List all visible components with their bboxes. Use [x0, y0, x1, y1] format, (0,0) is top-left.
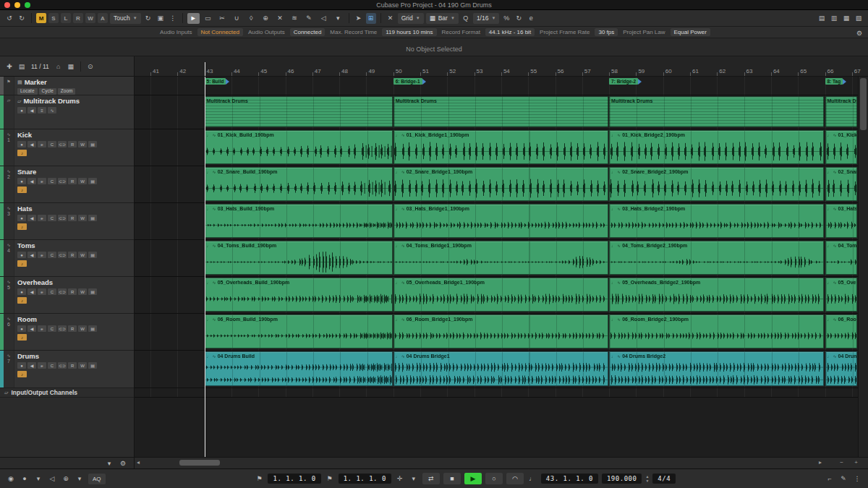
edit-channel-button[interactable]: e [38, 141, 46, 147]
locator-display[interactable]: 43. 1. 1. 0 [541, 474, 598, 484]
home-icon[interactable]: ⌂ [54, 61, 64, 72]
audio-warp-quantize-icon[interactable]: ↻ [514, 13, 524, 24]
marker-flag-8-tag[interactable]: 8: Tag [825, 78, 847, 85]
clip-04-toms-bridge2-190bpm[interactable]: ♩∿04_Toms_Bridge2_190bpm [609, 241, 824, 275]
automation-l-button[interactable]: L [61, 13, 71, 23]
show-lanes-button[interactable]: ▤ [88, 141, 97, 147]
channel-strip-button[interactable]: C [48, 252, 56, 258]
record-arm-button[interactable]: ● [17, 252, 26, 258]
write-automation-button[interactable]: W [78, 288, 87, 295]
write-automation-button[interactable]: W [78, 215, 87, 221]
pre-roll-caret-icon[interactable]: ▾ [409, 474, 419, 484]
clip-04-drums-bridge1[interactable]: ♩∿04 Drums Bridge1 [393, 351, 608, 386]
clip-01-kick-bridge1-190bpm[interactable]: ♩∿01_Kick_Bridge1_190bpm [393, 130, 608, 164]
clip-01-kick-build-190bpm[interactable]: ♩∿01_Kick_Build_190bpm [205, 130, 393, 164]
scroll-right-arrow[interactable]: ▸ [819, 459, 822, 466]
write-automation-button[interactable]: W [78, 362, 87, 369]
punch-out-icon[interactable]: ⚑ [325, 474, 335, 484]
edit-channel-button[interactable]: e [38, 252, 46, 258]
clip-06-room-build-190bpm[interactable]: ♩∿06_Room_Build_190bpm [205, 314, 393, 348]
control-room-caret-icon[interactable]: ▾ [75, 474, 85, 484]
track-header-overheads[interactable]: ∿5Overheads●◀eC⊂⊃RW▤♪ [0, 277, 134, 314]
clip-03-hats-tag-1[interactable]: ♩∿03_Hats_Tag_1 [825, 204, 858, 238]
zoom-in-button[interactable]: + [854, 459, 858, 466]
stop-button[interactable]: ■ [443, 473, 461, 484]
clip-03-hats-bridge2-190bpm[interactable]: ♩∿03_Hats_Bridge2_190bpm [609, 204, 824, 238]
status-value-project-pan-law[interactable]: Equal Power [671, 28, 710, 36]
secondary-time-display[interactable]: 1. 1. 1. 0 [339, 474, 391, 484]
show-lanes-button[interactable]: ▤ [88, 252, 97, 258]
track-settings-icon[interactable]: ⚙ [118, 458, 128, 468]
close-window-button[interactable] [4, 2, 10, 8]
horizontal-scrollbar[interactable]: ◂▸−+ [135, 458, 868, 468]
channel-strip-button[interactable]: C [48, 215, 56, 221]
undo-icon[interactable]: ↺ [4, 13, 14, 24]
quantize-panel-icon[interactable]: e [526, 13, 536, 24]
zones-toggle-icon[interactable]: ▧ [854, 13, 864, 24]
clip-03-hats-build-190bpm[interactable]: ♩∿03_Hats_Build_190bpm [205, 204, 393, 238]
inserts-state-button[interactable]: ⊂⊃ [58, 178, 67, 184]
edit-channel-button[interactable]: e [38, 288, 46, 295]
transport-menu-icon[interactable]: ⋮ [852, 474, 862, 484]
channel-strip-button[interactable]: C [48, 178, 56, 184]
channel-strip-button[interactable]: C [48, 288, 56, 295]
jog-button[interactable]: ◠ [506, 473, 524, 484]
minimize-window-button[interactable] [14, 2, 20, 8]
automation-a-button[interactable]: A [98, 13, 108, 23]
record-arm-button[interactable]: ● [17, 107, 26, 114]
track-visibility-icon[interactable]: ▦ [66, 61, 76, 72]
inserts-state-button[interactable]: ⊂⊃ [58, 362, 67, 369]
collapse-tracks-icon[interactable]: ▾ [104, 458, 114, 468]
status-value-audio-outputs[interactable]: Connected [290, 28, 326, 36]
read-automation-button[interactable]: R [68, 215, 77, 221]
split-tool[interactable]: ✂ [216, 13, 229, 24]
automation-w-button[interactable]: W [85, 13, 95, 23]
track-header-multitrack-drums[interactable]: ▱▱Multitrack Drums●◀≡∿ [0, 95, 134, 129]
output-level-icon[interactable]: ⌐ [825, 474, 835, 484]
sync-lock-icon[interactable]: ✛ [395, 474, 405, 484]
record-arm-button[interactable]: ● [17, 325, 26, 332]
read-automation-button[interactable]: R [68, 362, 77, 369]
channel-strip-button[interactable]: C [48, 362, 56, 369]
workspace-icon[interactable]: ▣ [156, 13, 166, 24]
quarter-note-icon[interactable]: ♩ [527, 474, 537, 484]
more-options-icon[interactable]: ⋮ [168, 13, 178, 24]
redo-icon[interactable]: ↻ [17, 13, 27, 24]
grid-type-select[interactable]: ▦Bar▼ [426, 13, 459, 24]
marker-edit-icon[interactable]: ✎ [838, 474, 848, 484]
record-arm-button[interactable]: ● [17, 141, 26, 147]
record-arm-button[interactable]: ● [17, 288, 26, 295]
use-track-preset-icon[interactable]: ▤ [17, 61, 27, 72]
inspector-toggle-icon[interactable]: ▤ [817, 13, 827, 24]
quantize-preset-select[interactable]: 1/16▼ [473, 13, 500, 24]
track-header-drums[interactable]: ∿7Drums●◀eC⊂⊃RW▤♪ [0, 351, 134, 388]
record-arm-button[interactable]: ● [17, 362, 26, 369]
draw-tool[interactable]: ✎ [303, 13, 315, 24]
status-value-max-record-time[interactable]: 119 hours 10 mins [382, 28, 436, 36]
phase-coherent-button[interactable]: ∿ [48, 107, 56, 114]
clip-04-toms-build-190bpm[interactable]: ♩∿04_Toms_Build_190bpm [205, 241, 393, 275]
clip-01-kick-tag-1[interactable]: ♩∿01_Kick_Tag_1 [825, 130, 858, 164]
monitor-button[interactable]: ◀ [27, 252, 36, 258]
record-arm-button[interactable]: ● [17, 215, 26, 221]
edit-channel-button[interactable]: e [38, 215, 46, 221]
quantize-icon[interactable]: Q [461, 13, 471, 24]
clip-05-overheads-bridge1-190bpm[interactable]: ♩∿05_Overheads_Bridge1_190bpm [393, 278, 608, 312]
erase-tool[interactable]: ◊ [245, 13, 258, 24]
clip-05-overheads-bridge2-190bpm[interactable]: ♩∿05_Overheads_Bridge2_190bpm [609, 278, 824, 312]
mute-tool[interactable]: ✕ [274, 13, 286, 24]
automation-s-button[interactable]: S [48, 13, 59, 23]
vertical-scrollbar[interactable] [858, 77, 868, 457]
tempo-display[interactable]: 190.000 [602, 474, 642, 484]
automation-m-button[interactable]: M [36, 13, 46, 23]
monitor-button[interactable]: ◀ [27, 178, 36, 184]
monitor-button[interactable]: ◀ [27, 215, 36, 221]
snap-zero-crossing-icon[interactable]: ✕ [386, 13, 396, 24]
automation-mode-select[interactable]: Touch▼ [110, 13, 141, 24]
arrange-area[interactable]: 5: Build6: Bridge-17: Bridge-28: TagMult… [135, 77, 858, 457]
timebase-button[interactable]: ♪ [17, 371, 27, 377]
clip-04-drums-tag[interactable]: ♩∿04 Drums Tag [825, 351, 858, 386]
status-value-project-frame-rate[interactable]: 30 fps [595, 28, 618, 36]
marker-flag-5-build[interactable]: 5: Build [205, 78, 230, 85]
write-automation-button[interactable]: W [78, 178, 87, 184]
